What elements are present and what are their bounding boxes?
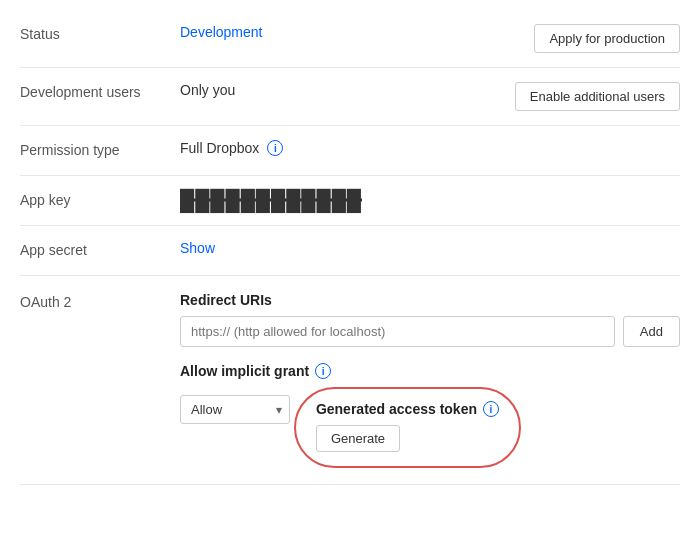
app-secret-show-link[interactable]: Show	[180, 240, 215, 256]
settings-container: Status Development Apply for production …	[0, 0, 700, 495]
app-secret-row: App secret Show	[20, 226, 680, 276]
generate-token-button[interactable]: Generate	[316, 425, 400, 452]
add-redirect-uri-button[interactable]: Add	[623, 316, 680, 347]
implicit-grant-title: Allow implicit grant	[180, 363, 309, 379]
status-label: Status	[20, 24, 180, 42]
generated-token-section: Generated access token i Generate	[294, 387, 521, 468]
token-title-row: Generated access token i	[316, 401, 499, 417]
redirect-uri-input[interactable]	[180, 316, 615, 347]
enable-additional-users-button[interactable]: Enable additional users	[515, 82, 680, 111]
app-secret-label: App secret	[20, 240, 180, 258]
implicit-grant-title-row: Allow implicit grant i	[180, 363, 680, 379]
token-info-icon[interactable]: i	[483, 401, 499, 417]
oauth-section: OAuth 2 Redirect URIs Add Allow implicit…	[20, 276, 680, 485]
token-title: Generated access token	[316, 401, 477, 417]
oauth-content: Redirect URIs Add Allow implicit grant i…	[180, 292, 680, 468]
redirect-uri-row: Add	[180, 316, 680, 347]
dev-users-value: Only you	[180, 82, 235, 98]
implicit-grant-dropdown-wrapper: Allow Disallow	[180, 395, 290, 424]
dev-users-label: Development users	[20, 82, 180, 100]
permission-type-row: Permission type Full Dropbox i	[20, 126, 680, 176]
implicit-grant-info-icon[interactable]: i	[315, 363, 331, 379]
redirect-uris-title: Redirect URIs	[180, 292, 680, 308]
oauth-label: OAuth 2	[20, 292, 180, 310]
dev-users-row: Development users Only you Enable additi…	[20, 68, 680, 126]
generated-token-box: Generated access token i Generate	[294, 387, 521, 468]
status-row: Status Development Apply for production	[20, 10, 680, 68]
permission-type-value: Full Dropbox	[180, 140, 259, 156]
permission-type-content: Full Dropbox i	[180, 140, 680, 156]
permission-type-info-icon[interactable]: i	[267, 140, 283, 156]
apply-for-production-button[interactable]: Apply for production	[534, 24, 680, 53]
permission-type-label: Permission type	[20, 140, 180, 158]
app-key-label: App key	[20, 190, 180, 208]
status-value[interactable]: Development	[180, 24, 263, 40]
app-key-value: ████████████	[180, 190, 362, 210]
implicit-grant-select[interactable]: Allow Disallow	[180, 395, 290, 424]
app-key-row: App key ████████████	[20, 176, 680, 226]
